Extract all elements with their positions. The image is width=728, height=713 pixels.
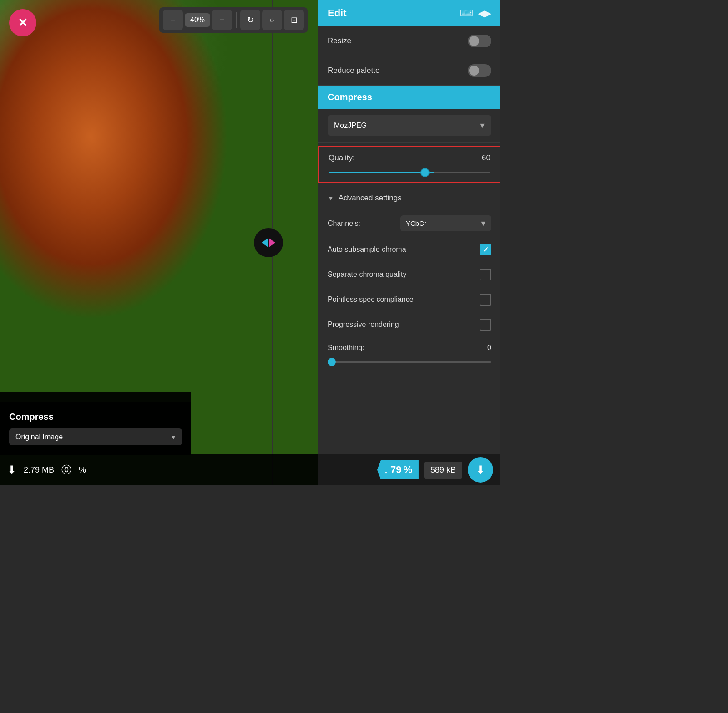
compare-icon [262, 238, 275, 247]
zoom-value: 40 [190, 16, 198, 24]
smoothing-row: Smoothing: 0 [318, 337, 500, 371]
bottom-status-bar: ⬇ 2.79 MB ⓪ % [0, 454, 318, 485]
resize-toggle[interactable] [468, 35, 491, 47]
zoom-in-button[interactable]: + [212, 10, 232, 30]
reduction-value: 79 [390, 464, 401, 476]
progressive-rendering-label: Progressive rendering [328, 321, 399, 329]
auto-subsample-row: Auto subsample chroma ✓ [318, 237, 500, 262]
auto-subsample-label: Auto subsample chroma [328, 245, 406, 254]
codec-dropdown-container: MozJPEG OxiPNG WebP AVIF ▼ [328, 115, 491, 136]
smoothing-value: 0 [487, 344, 491, 352]
separate-chroma-checkbox[interactable] [480, 269, 491, 280]
progressive-rendering-row: Progressive rendering [318, 312, 500, 337]
compress-header: Compress [318, 86, 500, 109]
save-icon: ⬇ [7, 463, 16, 476]
select-chevron-icon: ▼ [170, 433, 177, 441]
header-icons: ⌨ ◀▶ [460, 8, 491, 19]
reduce-palette-toggle[interactable] [468, 64, 491, 77]
zoom-out-button[interactable]: − [163, 10, 183, 30]
smoothing-top: Smoothing: 0 [328, 344, 491, 352]
bottom-compress-title: Compress [9, 412, 182, 422]
pointless-spec-label: Pointless spec compliance [328, 295, 414, 304]
resize-row: Resize [318, 26, 500, 56]
resize-label: Resize [328, 36, 351, 46]
reduction-badge: ↓ 79 % [377, 460, 419, 479]
download-icon: ⬇ [476, 463, 485, 476]
reduction-percent: % [79, 465, 86, 475]
top-toolbar: − 40% + ↻ ○ ⊡ [159, 7, 308, 33]
channels-label: Channels: [328, 219, 360, 228]
circle-button[interactable]: ○ [262, 10, 282, 30]
edit-header: Edit ⌨ ◀▶ [318, 0, 500, 26]
checkmark-icon: ✓ [483, 245, 489, 254]
channels-select-wrapper: YCbCr RGB CMYK ▼ [400, 215, 491, 231]
separate-chroma-row: Separate chroma quality [318, 262, 500, 287]
pointless-spec-checkbox[interactable] [480, 294, 491, 306]
terminal-icon[interactable]: ⌨ [460, 8, 473, 19]
bottom-action-bar: ↓ 79 % 589 kB ⬇ [318, 454, 500, 485]
file-size-original: 2.79 MB [24, 465, 54, 475]
right-edit-panel: Edit ⌨ ◀▶ Resize Reduce palette Compress… [318, 0, 500, 485]
quality-row: Quality: 60 [318, 146, 500, 183]
advanced-settings-label: Advanced settings [339, 194, 402, 203]
smoothing-slider[interactable] [328, 361, 491, 363]
compress-title: Compress [328, 92, 372, 102]
pointless-spec-row: Pointless spec compliance [318, 287, 500, 312]
smoothing-label: Smoothing: [328, 344, 364, 352]
auto-subsample-checkbox[interactable]: ✓ [480, 244, 491, 255]
close-icon: ✕ [18, 16, 28, 30]
image-select-wrapper: Original Image Compressed Image ▼ [9, 428, 182, 445]
reduce-palette-knob [469, 66, 479, 76]
advanced-settings-header[interactable]: ▼ Advanced settings [318, 186, 500, 210]
channels-select[interactable]: YCbCr RGB CMYK [400, 215, 491, 231]
edit-title: Edit [328, 7, 347, 19]
codec-select[interactable]: MozJPEG OxiPNG WebP AVIF [328, 115, 491, 136]
left-arrow-icon [262, 238, 268, 247]
codec-select-wrapper: MozJPEG OxiPNG WebP AVIF ▼ [318, 109, 500, 143]
gauge-icon: ⓪ [61, 463, 71, 477]
separate-chroma-label: Separate chroma quality [328, 270, 406, 279]
close-button[interactable]: ✕ [9, 9, 36, 36]
advanced-chevron-icon: ▼ [328, 194, 334, 202]
zoom-unit: % [198, 16, 205, 24]
navigate-icon[interactable]: ◀▶ [478, 8, 491, 19]
download-button[interactable]: ⬇ [468, 457, 493, 483]
right-arrow-icon [269, 238, 275, 247]
quality-slider[interactable] [329, 172, 490, 173]
rotate-button[interactable]: ↻ [240, 10, 260, 30]
compressed-file-size: 589 kB [424, 462, 462, 479]
image-select[interactable]: Original Image Compressed Image [9, 428, 182, 445]
reduce-palette-label: Reduce palette [328, 66, 379, 75]
resize-toggle-knob [469, 36, 479, 46]
reduction-unit: % [403, 464, 412, 476]
quality-value: 60 [482, 153, 490, 163]
progressive-rendering-checkbox[interactable] [480, 319, 491, 331]
channels-row: Channels: YCbCr RGB CMYK ▼ [318, 210, 500, 237]
quality-label: Quality: [329, 153, 355, 163]
crop-button[interactable]: ⊡ [284, 10, 304, 30]
reduction-arrow-icon: ↓ [384, 464, 389, 476]
bottom-compress-section: Compress Original Image Compressed Image… [0, 402, 191, 454]
compare-toggle-button[interactable] [254, 228, 283, 257]
toolbar-divider [236, 12, 237, 28]
quality-top: Quality: 60 [329, 153, 490, 163]
zoom-display: 40% [185, 13, 210, 27]
reduce-palette-row: Reduce palette [318, 56, 500, 86]
